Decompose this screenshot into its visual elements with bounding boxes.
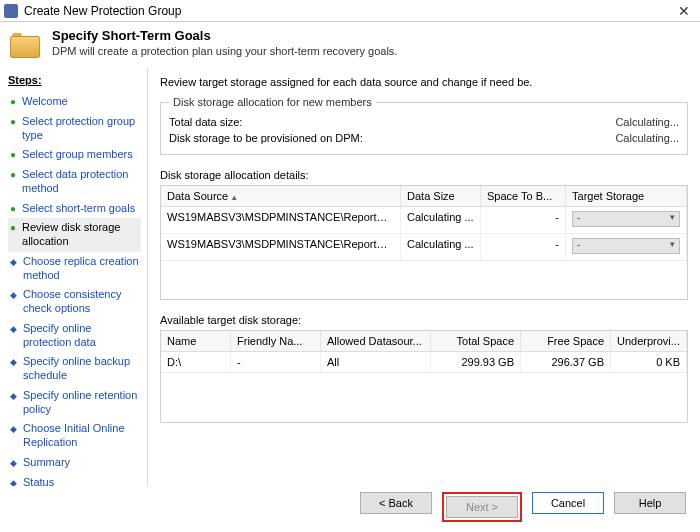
col-allowed-datasources[interactable]: Allowed Datasour... — [321, 331, 431, 351]
col-name[interactable]: Name — [161, 331, 231, 351]
step-done-icon: ● — [10, 203, 16, 216]
step-done-icon: ● — [10, 149, 16, 162]
sidebar-step[interactable]: ●Select group members — [8, 145, 141, 165]
cell-data-source: WS19MABSV3\MSDPMINSTANCE\ReportServe... — [161, 234, 401, 260]
step-label: Choose replica creation method — [23, 255, 139, 283]
step-done-icon: ● — [10, 169, 16, 182]
alloc-row[interactable]: WS19MABSV3\MSDPMINSTANCE\ReportServe...C… — [161, 234, 687, 261]
cell-free-space: 296.37 GB — [521, 352, 611, 372]
sidebar-step[interactable]: ●Select short-term goals — [8, 199, 141, 219]
wizard-footer: < Back Next > Cancel Help — [0, 486, 700, 532]
step-pending-icon: ◆ — [10, 324, 17, 335]
cell-total-space: 299.93 GB — [431, 352, 521, 372]
sidebar-step[interactable]: ◆Specify online backup schedule — [8, 352, 141, 386]
sidebar-step[interactable]: ◆Choose Initial Online Replication — [8, 419, 141, 453]
title-bar: Create New Protection Group ✕ — [0, 0, 700, 22]
sidebar-step[interactable]: ◆Specify online retention policy — [8, 386, 141, 420]
cell-friendly: - — [231, 352, 321, 372]
page-subtitle: DPM will create a protection plan using … — [52, 45, 397, 57]
sidebar-step[interactable]: ●Select data protection method — [8, 165, 141, 199]
sort-asc-icon: ▲ — [230, 193, 238, 202]
next-button[interactable]: Next > — [446, 496, 518, 518]
storage-row[interactable]: D:\-All299.93 GB296.37 GB0 KB — [161, 352, 687, 373]
allocation-summary-box: Disk storage allocation for new members … — [160, 96, 688, 155]
step-label: Select group members — [22, 148, 133, 162]
allocation-summary-legend: Disk storage allocation for new members — [169, 96, 376, 108]
step-pending-icon: ◆ — [10, 357, 17, 368]
sidebar-step[interactable]: ◆Choose replica creation method — [8, 252, 141, 286]
folder-icon — [10, 30, 42, 58]
sidebar-step[interactable]: ●Welcome — [8, 92, 141, 112]
storage-grid: Name Friendly Na... Allowed Datasour... … — [160, 330, 688, 423]
sidebar-step: ●Review disk storage allocation — [8, 218, 141, 252]
step-label: Summary — [23, 456, 70, 470]
col-data-size[interactable]: Data Size — [401, 186, 481, 206]
cell-underprovisioned: 0 KB — [611, 352, 687, 372]
step-pending-icon: ◆ — [10, 458, 17, 469]
step-label: Review disk storage allocation — [22, 221, 139, 249]
target-storage-dropdown[interactable]: - — [572, 238, 680, 254]
step-label: Specify online backup schedule — [23, 355, 139, 383]
step-label: Choose Initial Online Replication — [23, 422, 139, 450]
total-data-size-label: Total data size: — [169, 116, 242, 128]
step-done-icon: ● — [10, 222, 16, 235]
window-title: Create New Protection Group — [24, 4, 181, 18]
page-title: Specify Short-Term Goals — [52, 28, 397, 43]
sidebar-step[interactable]: ◆Summary — [8, 453, 141, 473]
target-storage-dropdown[interactable]: - — [572, 211, 680, 227]
sidebar-step[interactable]: ◆Specify online protection data — [8, 319, 141, 353]
cell-data-source: WS19MABSV3\MSDPMINSTANCE\ReportServe... — [161, 207, 401, 233]
step-pending-icon: ◆ — [10, 391, 17, 402]
app-icon — [4, 4, 18, 18]
wizard-header: Specify Short-Term Goals DPM will create… — [0, 22, 700, 68]
col-data-source[interactable]: Data Source▲ — [161, 186, 401, 206]
col-free-space[interactable]: Free Space — [521, 331, 611, 351]
steps-sidebar: Steps: ●Welcome●Select protection group … — [0, 68, 147, 498]
close-icon[interactable]: ✕ — [674, 3, 694, 19]
steps-heading: Steps: — [8, 74, 141, 86]
help-button[interactable]: Help — [614, 492, 686, 514]
alloc-row[interactable]: WS19MABSV3\MSDPMINSTANCE\ReportServe...C… — [161, 207, 687, 234]
total-data-size-value: Calculating... — [615, 116, 679, 128]
alloc-details-label: Disk storage allocation details: — [160, 169, 688, 181]
step-label: Specify online retention policy — [23, 389, 139, 417]
step-done-icon: ● — [10, 96, 16, 109]
sidebar-step[interactable]: ●Select protection group type — [8, 112, 141, 146]
step-pending-icon: ◆ — [10, 424, 17, 435]
cell-space: - — [481, 234, 566, 260]
cell-target-storage[interactable]: - — [566, 234, 687, 260]
cell-space: - — [481, 207, 566, 233]
main-panel: Review target storage assigned for each … — [147, 68, 700, 498]
cell-allowed: All — [321, 352, 431, 372]
col-total-space[interactable]: Total Space — [431, 331, 521, 351]
step-label: Specify online protection data — [23, 322, 139, 350]
back-button[interactable]: < Back — [360, 492, 432, 514]
col-underprovisioned[interactable]: Underprovi... — [611, 331, 687, 351]
step-pending-icon: ◆ — [10, 257, 17, 268]
cell-data-size: Calculating ... — [401, 207, 481, 233]
storage-label: Available target disk storage: — [160, 314, 688, 326]
provisioned-value: Calculating... — [615, 132, 679, 144]
step-label: Choose consistency check options — [23, 288, 139, 316]
instruction-text: Review target storage assigned for each … — [160, 76, 688, 88]
step-label: Select protection group type — [22, 115, 139, 143]
col-space-to-be[interactable]: Space To B... — [481, 186, 566, 206]
cancel-button[interactable]: Cancel — [532, 492, 604, 514]
cell-target-storage[interactable]: - — [566, 207, 687, 233]
step-done-icon: ● — [10, 116, 16, 129]
next-button-highlight: Next > — [442, 492, 522, 522]
alloc-details-grid: Data Source▲ Data Size Space To B... Tar… — [160, 185, 688, 300]
step-pending-icon: ◆ — [10, 290, 17, 301]
sidebar-step[interactable]: ◆Choose consistency check options — [8, 285, 141, 319]
step-label: Welcome — [22, 95, 68, 109]
step-label: Select data protection method — [22, 168, 139, 196]
step-label: Select short-term goals — [22, 202, 135, 216]
cell-name: D:\ — [161, 352, 231, 372]
col-target-storage[interactable]: Target Storage — [566, 186, 687, 206]
col-friendly-name[interactable]: Friendly Na... — [231, 331, 321, 351]
cell-data-size: Calculating ... — [401, 234, 481, 260]
provisioned-label: Disk storage to be provisioned on DPM: — [169, 132, 363, 144]
